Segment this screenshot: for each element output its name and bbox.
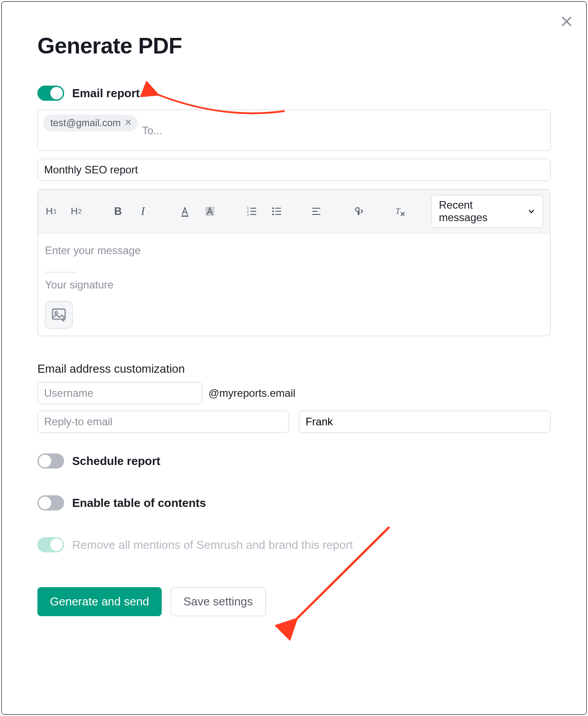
close-icon[interactable] bbox=[558, 12, 576, 30]
username-input[interactable] bbox=[37, 382, 202, 404]
insert-image-button[interactable] bbox=[45, 301, 73, 329]
modal-title: Generate PDF bbox=[37, 33, 551, 59]
font-color-button[interactable] bbox=[179, 206, 191, 217]
recipients-field[interactable]: test@gmail.com To... bbox=[37, 110, 551, 151]
remove-branding-label: Remove all mentions of Semrush and brand… bbox=[72, 538, 353, 552]
email-report-toggle[interactable] bbox=[37, 86, 64, 101]
sender-name-input[interactable] bbox=[299, 411, 551, 433]
recipients-placeholder: To... bbox=[142, 124, 162, 137]
save-settings-button[interactable]: Save settings bbox=[171, 587, 266, 616]
clear-formatting-button[interactable]: T bbox=[394, 206, 406, 217]
email-domain-suffix: @myreports.email bbox=[208, 387, 295, 399]
italic-button[interactable]: I bbox=[137, 205, 149, 218]
remove-chip-icon[interactable] bbox=[124, 117, 132, 129]
generate-and-send-button[interactable]: Generate and send bbox=[37, 587, 162, 616]
editor-body[interactable]: Enter your message Your signature bbox=[38, 234, 550, 336]
message-placeholder: Enter your message bbox=[45, 244, 543, 257]
generate-pdf-modal: Generate PDF Email report test@gmail.com… bbox=[1, 1, 587, 715]
chevron-down-icon bbox=[527, 207, 535, 215]
signature-placeholder: Your signature bbox=[45, 279, 543, 291]
svg-rect-27 bbox=[53, 309, 65, 319]
email-chip-text: test@gmail.com bbox=[50, 117, 121, 129]
svg-point-28 bbox=[55, 312, 58, 314]
text-direction-button[interactable] bbox=[352, 206, 364, 217]
enable-toc-label: Enable table of contents bbox=[72, 496, 206, 510]
svg-point-14 bbox=[272, 207, 274, 209]
subject-input[interactable] bbox=[37, 159, 551, 181]
reply-to-input[interactable] bbox=[37, 411, 289, 433]
schedule-report-label: Schedule report bbox=[72, 454, 160, 468]
svg-text:T: T bbox=[396, 207, 401, 216]
ordered-list-button[interactable]: 123 bbox=[245, 206, 258, 217]
signature-divider bbox=[45, 272, 76, 272]
message-editor: H1 H2 B I 123 bbox=[37, 189, 551, 336]
svg-text:3: 3 bbox=[247, 213, 249, 217]
editor-toolbar: H1 H2 B I 123 bbox=[38, 189, 550, 234]
recent-messages-dropdown[interactable]: Recent messages bbox=[431, 195, 543, 228]
highlight-button[interactable] bbox=[204, 206, 216, 217]
bold-button[interactable]: B bbox=[112, 205, 124, 218]
unordered-list-button[interactable] bbox=[270, 206, 283, 217]
enable-toc-toggle[interactable] bbox=[37, 495, 64, 510]
email-customization-label: Email address customization bbox=[37, 362, 551, 376]
schedule-report-toggle[interactable] bbox=[37, 453, 64, 469]
remove-branding-toggle[interactable] bbox=[37, 537, 64, 552]
h2-button[interactable]: H2 bbox=[70, 206, 82, 217]
svg-point-16 bbox=[272, 214, 274, 215]
h1-button[interactable]: H1 bbox=[45, 206, 57, 217]
svg-point-15 bbox=[272, 210, 274, 212]
recent-messages-label: Recent messages bbox=[439, 199, 523, 224]
email-chip: test@gmail.com bbox=[43, 115, 138, 132]
align-button[interactable] bbox=[310, 206, 323, 217]
email-report-toggle-label: Email report bbox=[72, 86, 140, 100]
